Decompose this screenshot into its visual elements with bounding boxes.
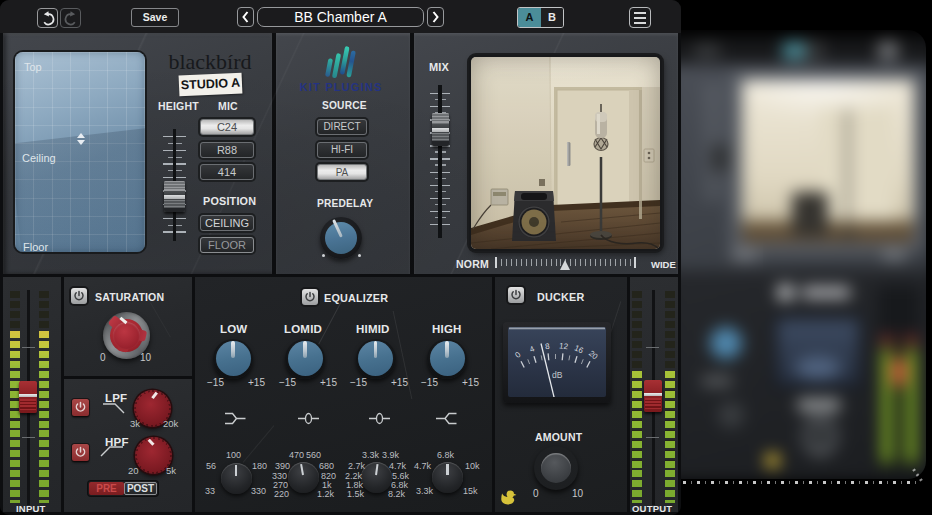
svg-text:dB: dB <box>552 370 563 380</box>
svg-text:12: 12 <box>559 341 570 351</box>
